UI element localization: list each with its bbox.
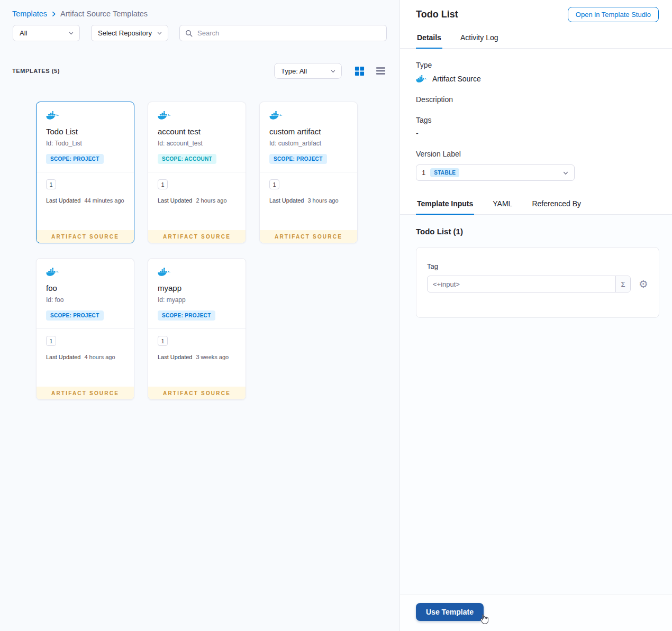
docker-icon	[158, 111, 236, 120]
docker-icon	[158, 268, 236, 277]
open-in-template-studio-button[interactable]: Open in Template Studio	[568, 7, 659, 22]
templates-list-header: TEMPLATES (5) Type: All	[12, 63, 387, 79]
last-updated-label: Last Updated	[269, 197, 304, 204]
tag-input-group: Σ	[427, 276, 631, 292]
card-divider	[260, 172, 357, 172]
view-toggles	[353, 65, 387, 77]
description-label: Description	[416, 95, 656, 104]
tag-input[interactable]	[428, 276, 615, 292]
grid-view-icon	[355, 66, 365, 76]
last-updated-label: Last Updated	[158, 354, 192, 360]
version-chip: 1	[46, 179, 56, 189]
artifact-source-ribbon: ARTIFACT SOURCE	[37, 387, 134, 399]
last-updated-row: Last Updated 44 minutes ago	[46, 197, 124, 204]
card-divider	[37, 328, 134, 329]
search-input[interactable]	[179, 25, 387, 41]
search-box	[179, 25, 387, 41]
chevron-down-icon	[330, 68, 336, 74]
tag-label: Tag	[427, 262, 648, 270]
template-card-name: Todo List	[46, 127, 124, 136]
scope-badge: SCOPE: PROJECT	[269, 154, 327, 164]
artifact-source-ribbon: ARTIFACT SOURCE	[148, 387, 246, 399]
last-updated-value: 44 minutes ago	[84, 197, 124, 204]
docker-icon	[46, 111, 124, 120]
scope-filter-dropdown[interactable]: All	[13, 25, 80, 41]
docker-icon	[269, 111, 348, 120]
breadcrumb-templates-link[interactable]: Templates	[12, 10, 47, 18]
template-card-id: Id: foo	[46, 296, 124, 304]
templates-count-label: TEMPLATES (5)	[12, 68, 60, 74]
details-section: Type Artifact Source D	[400, 49, 672, 194]
template-card-grid: Todo List Id: Todo_List SCOPE: PROJECT 1…	[36, 102, 399, 400]
scope-badge: SCOPE: PROJECT	[158, 310, 215, 321]
tab-yaml[interactable]: YAML	[492, 194, 513, 215]
version-value: 1	[422, 169, 425, 177]
template-card[interactable]: account test Id: account_test SCOPE: ACC…	[148, 102, 246, 243]
template-inputs-title: Todo List (1)	[416, 227, 659, 236]
input-settings-gear-icon[interactable]: ⚙	[639, 279, 648, 289]
template-card[interactable]: Todo List Id: Todo_List SCOPE: PROJECT 1…	[36, 102, 134, 243]
docker-icon	[46, 268, 124, 277]
template-inputs-section: Todo List (1) Tag Σ ⚙	[400, 215, 672, 594]
list-view-icon	[376, 67, 386, 75]
panel-tabs: Details Activity Log	[400, 28, 672, 49]
list-view-button[interactable]	[375, 66, 387, 76]
type-filter-dropdown[interactable]: Type: All	[274, 63, 342, 79]
card-divider	[148, 328, 246, 329]
use-template-button[interactable]: Use Template	[416, 603, 484, 621]
last-updated-value: 4 hours ago	[84, 354, 115, 360]
repository-filter-value: Select Repository	[98, 29, 152, 37]
last-updated-row: Last Updated 3 weeks ago	[158, 354, 236, 360]
version-chip: 1	[158, 179, 168, 189]
scope-filter-value: All	[20, 29, 27, 37]
templates-page: Templates Artifact Source Templates All …	[0, 0, 399, 631]
template-detail-tabs: Template Inputs YAML Referenced By	[400, 194, 672, 215]
version-dropdown[interactable]: 1 STABLE	[416, 164, 575, 181]
scope-badge: SCOPE: PROJECT	[46, 310, 104, 321]
docker-icon	[416, 75, 428, 83]
template-card-name: custom artifact	[269, 127, 348, 136]
template-card-id: Id: myapp	[158, 296, 236, 304]
template-card[interactable]: myapp Id: myapp SCOPE: PROJECT 1 Last Up…	[148, 258, 246, 400]
template-card-id: Id: Todo_List	[46, 140, 124, 147]
runtime-input-expression-button[interactable]: Σ	[615, 276, 630, 292]
tab-template-inputs[interactable]: Template Inputs	[416, 194, 474, 215]
last-updated-row: Last Updated 4 hours ago	[46, 354, 124, 360]
tab-details[interactable]: Details	[416, 28, 442, 49]
artifact-source-ribbon: ARTIFACT SOURCE	[148, 230, 246, 243]
tab-referenced-by[interactable]: Referenced By	[531, 194, 582, 215]
breadcrumb: Templates Artifact Source Templates	[0, 0, 399, 18]
filter-row: All Select Repository	[13, 25, 387, 41]
template-inputs-card: Tag Σ ⚙	[416, 247, 659, 318]
version-label: Version Label	[416, 150, 656, 158]
last-updated-row: Last Updated 2 hours ago	[158, 197, 236, 204]
last-updated-row: Last Updated 3 hours ago	[269, 197, 348, 204]
version-chip: 1	[46, 336, 56, 346]
card-divider	[37, 172, 134, 172]
grid-view-button[interactable]	[353, 65, 366, 77]
chevron-down-icon	[157, 30, 162, 36]
last-updated-label: Last Updated	[46, 197, 80, 204]
repository-filter-dropdown[interactable]: Select Repository	[91, 25, 168, 41]
panel-header: Todo List Open in Template Studio	[400, 0, 672, 28]
breadcrumb-current: Artifact Source Templates	[60, 10, 148, 18]
search-icon	[185, 30, 193, 39]
type-filter-value: Type: All	[281, 67, 307, 75]
template-card-id: Id: custom_artifact	[269, 140, 348, 147]
chevron-down-icon	[562, 170, 569, 176]
last-updated-label: Last Updated	[46, 354, 80, 360]
template-card-name: foo	[46, 284, 124, 292]
template-card-id: Id: account_test	[158, 140, 236, 147]
version-chip: 1	[269, 179, 279, 189]
template-card[interactable]: custom artifact Id: custom_artifact SCOP…	[259, 102, 358, 243]
version-chip: 1	[158, 336, 168, 346]
artifact-source-ribbon: ARTIFACT SOURCE	[260, 230, 357, 243]
artifact-source-ribbon: ARTIFACT SOURCE	[37, 230, 134, 243]
tab-activity-log[interactable]: Activity Log	[459, 28, 500, 49]
template-card[interactable]: foo Id: foo SCOPE: PROJECT 1 Last Update…	[36, 258, 134, 400]
template-details-panel: Todo List Open in Template Studio Detail…	[399, 0, 672, 631]
panel-footer: Use Template	[400, 594, 672, 631]
last-updated-label: Last Updated	[158, 197, 192, 204]
template-card-name: account test	[158, 127, 236, 136]
type-label: Type	[416, 61, 656, 69]
